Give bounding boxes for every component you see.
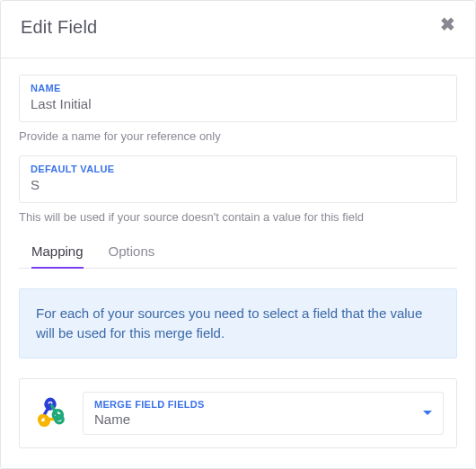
merge-field-dropdown[interactable]: MERGE FIELD FIELDS Name [83, 392, 444, 435]
tab-mapping[interactable]: Mapping [31, 243, 84, 268]
chevron-down-icon [423, 411, 432, 415]
name-helper: Provide a name for your reference only [19, 129, 457, 143]
default-value-helper: This will be used if your source doesn't… [19, 210, 457, 224]
default-value-field-box[interactable]: DEFAULT VALUE [19, 155, 457, 203]
source-row: MERGE FIELD FIELDS Name [19, 378, 457, 448]
mapping-info-banner: For each of your sources you need to sel… [19, 288, 457, 358]
default-value-input[interactable] [31, 177, 445, 192]
dropdown-value: Name [94, 411, 423, 427]
tab-options[interactable]: Options [109, 243, 155, 268]
dropdown-label: MERGE FIELD FIELDS [94, 399, 423, 410]
name-field-box[interactable]: NAME [19, 75, 457, 122]
name-field-label: NAME [31, 83, 445, 93]
close-icon[interactable]: ✖ [440, 15, 455, 33]
default-value-label: DEFAULT VALUE [31, 164, 445, 174]
webhook-icon [32, 395, 68, 431]
modal-body: NAME Provide a name for your reference o… [1, 58, 475, 466]
name-input[interactable] [31, 96, 445, 111]
edit-field-modal: Edit Field ✖ NAME Provide a name for you… [0, 0, 476, 469]
modal-header: Edit Field ✖ [1, 1, 475, 58]
tabs: Mapping Options [19, 243, 457, 269]
dropdown-content: MERGE FIELD FIELDS Name [94, 399, 423, 427]
modal-title: Edit Field [21, 17, 97, 38]
svg-point-1 [40, 415, 47, 422]
